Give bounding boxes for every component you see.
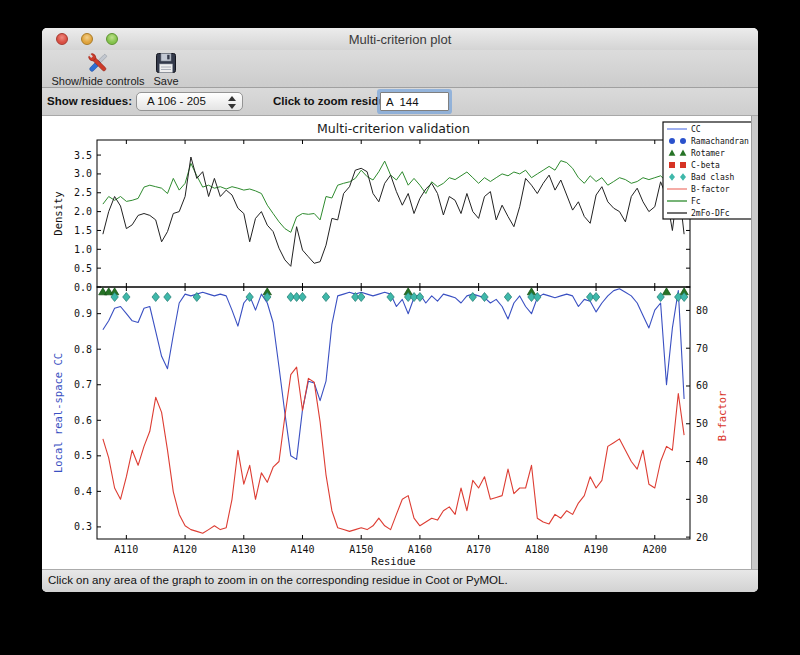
crossed-tools-icon: [86, 51, 110, 75]
svg-text:80: 80: [696, 305, 708, 316]
window-title: Multi-criterion plot: [42, 32, 758, 47]
up-down-arrows-icon: [227, 95, 237, 109]
legend: CCRamachandranRotamerC-betaBad clashB-fa…: [663, 122, 751, 219]
svg-text:2mFo-DFc: 2mFo-DFc: [691, 209, 730, 218]
series-2mFo-DFc: [103, 157, 684, 266]
show-residues-value: A 106 - 205: [147, 95, 206, 107]
series-B-factor: [103, 367, 684, 533]
svg-text:0.7: 0.7: [74, 379, 92, 390]
svg-text:0.4: 0.4: [74, 486, 92, 497]
series-CC: [103, 289, 684, 460]
bfactor-axis-label: B-factor: [716, 391, 728, 442]
show-hide-controls-button[interactable]: Show/hide controls: [50, 51, 146, 87]
series-lines: [103, 157, 684, 533]
svg-text:B-factor: B-factor: [691, 185, 730, 194]
svg-text:A130: A130: [232, 544, 256, 555]
svg-text:A150: A150: [349, 544, 373, 555]
svg-text:A170: A170: [467, 544, 491, 555]
toolbar: Show/hide controls Save: [42, 50, 758, 88]
svg-text:CC: CC: [691, 125, 701, 134]
svg-text:A190: A190: [584, 544, 608, 555]
window: Multi-criterion plot Show/hide controls: [42, 28, 758, 592]
svg-text:Rotamer: Rotamer: [691, 149, 725, 158]
multi-criterion-plot[interactable]: A110A120A130A140A150A160A170A180A190A200…: [42, 116, 751, 569]
svg-text:A200: A200: [643, 544, 667, 555]
density-axis-label: Density: [52, 191, 64, 235]
svg-text:30: 30: [696, 494, 708, 505]
desktop-background: { "window": { "title": "Multi-criterion …: [0, 0, 800, 655]
svg-text:A140: A140: [290, 544, 314, 555]
show-residues-label: Show residues:: [47, 95, 132, 107]
svg-text:0.9: 0.9: [74, 308, 92, 319]
svg-text:2.0: 2.0: [74, 206, 92, 217]
plot-canvas[interactable]: A110A120A130A140A150A160A170A180A190A200…: [42, 116, 758, 569]
svg-text:60: 60: [696, 380, 708, 391]
svg-text:50: 50: [696, 418, 708, 429]
status-bar: Click on any area of the graph to zoom i…: [42, 569, 758, 592]
chart-title: Multi-criterion validation: [317, 121, 470, 136]
scrollbar-track[interactable]: [751, 116, 758, 569]
markers-bad-clash: [111, 293, 688, 302]
svg-text:3.5: 3.5: [74, 150, 92, 161]
svg-text:0.5: 0.5: [74, 263, 92, 274]
cc-axis-label: Local real-space CC: [52, 353, 64, 473]
show-hide-controls-label: Show/hide controls: [52, 75, 145, 87]
svg-text:Ramachandran: Ramachandran: [691, 137, 749, 146]
x-axis-label: Residue: [371, 555, 415, 567]
svg-text:A180: A180: [525, 544, 549, 555]
markers-rotamer: [99, 288, 689, 295]
save-button[interactable]: Save: [146, 51, 186, 87]
controls-bar: Show residues: A 106 - 205 Click to zoom…: [42, 88, 758, 116]
svg-text:A120: A120: [173, 544, 197, 555]
svg-text:C-beta: C-beta: [691, 161, 720, 170]
svg-text:0.3: 0.3: [74, 521, 92, 532]
show-residues-select[interactable]: A 106 - 205: [136, 92, 243, 111]
svg-text:0.6: 0.6: [74, 415, 92, 426]
svg-text:1.5: 1.5: [74, 225, 92, 236]
title-bar[interactable]: Multi-criterion plot: [42, 28, 758, 50]
svg-text:A160: A160: [408, 544, 432, 555]
plot-frames: [97, 140, 690, 539]
series-Fc: [103, 161, 684, 233]
svg-text:Bad clash: Bad clash: [691, 173, 735, 182]
svg-text:Fc: Fc: [691, 197, 701, 206]
svg-text:0.8: 0.8: [74, 344, 92, 355]
zoom-residue-input[interactable]: [380, 92, 449, 111]
svg-text:2.5: 2.5: [74, 187, 92, 198]
svg-text:A110: A110: [114, 544, 138, 555]
svg-text:70: 70: [696, 343, 708, 354]
axis-labels: Multi-criterion validationResidueDensity…: [52, 121, 728, 567]
zoom-residue-label: Click to zoom residue:: [273, 95, 396, 107]
save-label: Save: [153, 75, 178, 87]
svg-text:3.0: 3.0: [74, 168, 92, 179]
svg-text:20: 20: [696, 532, 708, 543]
svg-text:0.0: 0.0: [74, 282, 92, 293]
svg-text:1.0: 1.0: [74, 244, 92, 255]
svg-text:0.5: 0.5: [74, 450, 92, 461]
axis-tick-labels: A110A120A130A140A150A160A170A180A190A200…: [74, 150, 708, 555]
axis-ticks: [97, 140, 690, 539]
status-message: Click on any area of the graph to zoom i…: [48, 574, 508, 586]
svg-text:40: 40: [696, 456, 708, 467]
floppy-disk-icon: [154, 51, 178, 75]
